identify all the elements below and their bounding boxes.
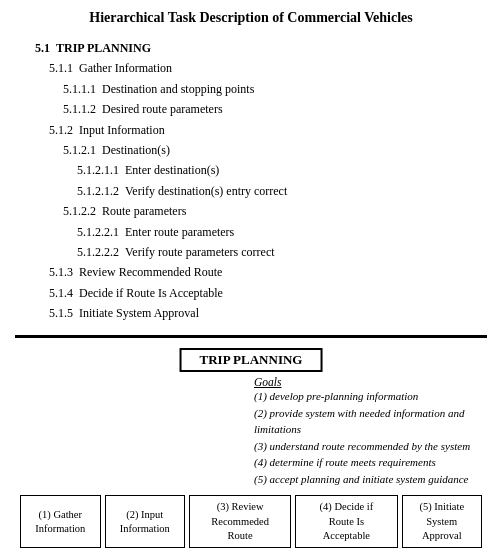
outline-label-51211: Enter destination(s) (125, 160, 219, 180)
outline-label-51212: Verify destination(s) entry correct (125, 181, 287, 201)
main-goals-area: Goals (1) develop pre-planning informati… (20, 376, 482, 487)
outline-num-512: 5.1.2 (49, 120, 73, 140)
task-box-4-label: (4) Decide ifRoute IsAcceptable (320, 500, 374, 543)
outline-label-5111: Destination and stopping points (102, 79, 254, 99)
trip-planning-heading-box: TRIP PLANNING (180, 348, 323, 372)
outline-num-5121: 5.1.2.1 (63, 140, 96, 160)
outline-label-513: Review Recommended Route (79, 262, 222, 282)
outline-num-511: 5.1.1 (49, 58, 73, 78)
goal-1: (1) develop pre-planning information (254, 388, 482, 405)
outline-num-5111: 5.1.1.1 (63, 79, 96, 99)
task-box-2-label: (2) InputInformation (120, 508, 170, 536)
task-boxes-row: (1) GatherInformation (2) InputInformati… (20, 495, 482, 548)
outline-num-51211: 5.1.2.1.1 (77, 160, 119, 180)
outline-num-5122: 5.1.2.2 (63, 201, 96, 221)
task-box-5: (5) InitiateSystemApproval (402, 495, 483, 548)
task-box-3: (3) ReviewRecommededRoute (189, 495, 291, 548)
outline-label-515: Initiate System Approval (79, 303, 199, 323)
task-box-4: (4) Decide ifRoute IsAcceptable (295, 495, 397, 548)
task-box-2: (2) InputInformation (105, 495, 186, 548)
goal-5: (5) accept planning and initiate system … (254, 471, 482, 488)
outline-label-512: Input Information (79, 120, 165, 140)
outline-label-51221: Enter route parameters (125, 222, 234, 242)
outline-num-513: 5.1.3 (49, 262, 73, 282)
outline-section-num: 5.1 (35, 38, 50, 58)
goal-2: (2) provide system with needed informati… (254, 405, 482, 438)
outline-label-5112: Desired route parameters (102, 99, 223, 119)
page-title: Hierarchical Task Description of Commerc… (15, 10, 487, 26)
task-box-1: (1) GatherInformation (20, 495, 101, 548)
goal-4: (4) determine if route meets requirement… (254, 454, 482, 471)
task-box-5-label: (5) InitiateSystemApproval (419, 500, 464, 543)
outline-section-label: TRIP PLANNING (56, 38, 151, 58)
goals-content: Goals (1) develop pre-planning informati… (250, 376, 482, 487)
goal-3: (3) understand route recommended by the … (254, 438, 482, 455)
outline-num-5112: 5.1.1.2 (63, 99, 96, 119)
outline-label-5121: Destination(s) (102, 140, 170, 160)
outline-num-51212: 5.1.2.1.2 (77, 181, 119, 201)
outline-section: 5.1 TRIP PLANNING 5.1.1 Gather Informati… (35, 38, 487, 323)
outline-num-515: 5.1.5 (49, 303, 73, 323)
outline-label-51222: Verify route parameters correct (125, 242, 275, 262)
outline-num-51221: 5.1.2.2.1 (77, 222, 119, 242)
section-divider (15, 335, 487, 338)
goals-title: Goals (254, 376, 482, 388)
outline-label-5122: Route parameters (102, 201, 186, 221)
outline-label-511: Gather Information (79, 58, 172, 78)
task-box-3-label: (3) ReviewRecommededRoute (211, 500, 269, 543)
task-box-1-label: (1) GatherInformation (35, 508, 85, 536)
outline-label-514: Decide if Route Is Acceptable (79, 283, 223, 303)
goals-spacer (20, 376, 250, 487)
diagram-section: TRIP PLANNING Goals (1) develop pre-plan… (15, 348, 487, 553)
outline-num-514: 5.1.4 (49, 283, 73, 303)
outline-num-51222: 5.1.2.2.2 (77, 242, 119, 262)
